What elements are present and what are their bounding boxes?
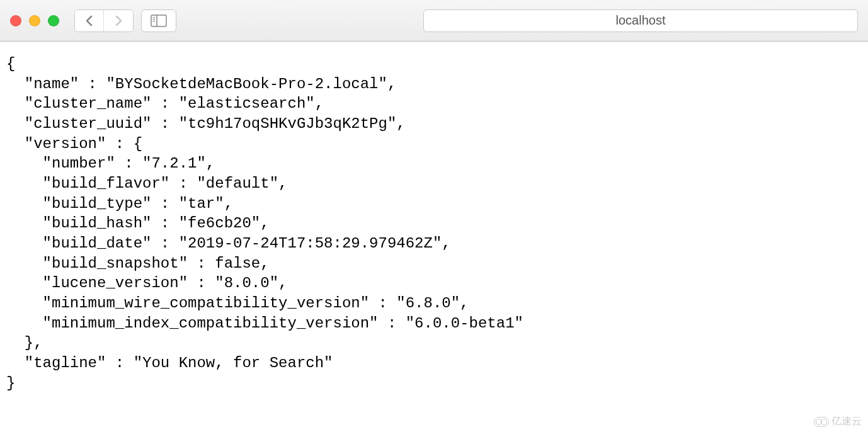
json-text: { "name" : "BYSocketdeMacBook-Pro-2.loca… [6, 55, 523, 392]
chevron-right-icon [114, 15, 123, 26]
address-text: localhost [616, 13, 666, 28]
window-controls [10, 15, 59, 26]
watermark-text: 亿速云 [831, 415, 862, 428]
sidebar-toggle-button[interactable] [141, 9, 176, 32]
forward-button[interactable] [104, 10, 133, 31]
watermark-icon [814, 417, 829, 427]
svg-rect-0 [151, 15, 166, 26]
minimize-window-button[interactable] [29, 15, 40, 26]
sidebar-icon [151, 14, 167, 27]
browser-toolbar: localhost [0, 0, 868, 42]
address-bar[interactable]: localhost [423, 9, 858, 32]
maximize-window-button[interactable] [48, 15, 59, 26]
back-button[interactable] [75, 10, 104, 31]
json-content: { "name" : "BYSocketdeMacBook-Pro-2.loca… [0, 42, 868, 406]
watermark: 亿速云 [814, 415, 862, 428]
close-window-button[interactable] [10, 15, 21, 26]
navigation-buttons [74, 9, 134, 32]
chevron-left-icon [85, 15, 94, 26]
